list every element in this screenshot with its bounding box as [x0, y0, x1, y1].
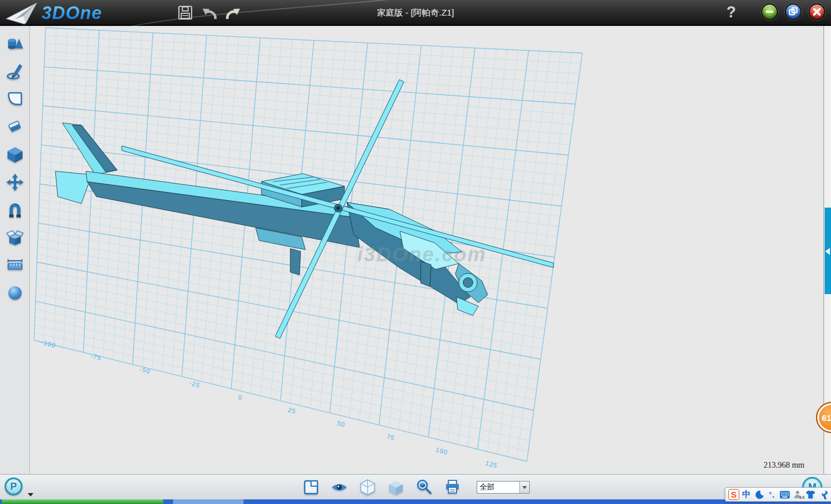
zoom-magnifier-icon: [415, 479, 433, 496]
cylinder-cone-icon: [6, 35, 24, 53]
viewport-3d[interactable]: -100-75-50-250255075100125: [31, 26, 823, 474]
title-bar: 3DOne 家庭版 - [阿帕奇.Z1] ?: [0, 0, 831, 26]
close-icon: [810, 5, 824, 19]
visibility-button[interactable]: [330, 477, 349, 497]
user-count-value: 14: [799, 495, 804, 500]
restore-windows-icon: [786, 5, 800, 19]
tool-move-button[interactable]: [5, 172, 25, 192]
taskbar-item[interactable]: [173, 499, 244, 504]
tool-sheet-button[interactable]: [5, 89, 25, 109]
fullwidth-moon-button[interactable]: [754, 488, 765, 501]
magnet-icon: [6, 201, 24, 219]
half-moon-icon: [755, 490, 764, 499]
sketch-pen-icon: [6, 62, 24, 81]
undo-button[interactable]: [199, 2, 220, 23]
rounded-square-sheet-icon: [6, 90, 24, 108]
app-logo: 3DOne: [5, 1, 102, 25]
zoom-button[interactable]: [414, 477, 434, 497]
redo-icon: [224, 4, 242, 21]
undo-icon: [201, 4, 218, 21]
bottom-toolbar: P: [0, 474, 831, 499]
chinese-mode-button[interactable]: 中: [741, 488, 752, 501]
user-count-button[interactable]: 14: [792, 488, 803, 501]
wireframe-display-button[interactable]: [358, 477, 377, 497]
left-toolbar: [0, 26, 30, 474]
sphere-icon: [6, 284, 24, 302]
tool-feature-cube-button[interactable]: [5, 145, 25, 164]
tool-render-button[interactable]: [5, 283, 25, 303]
sogou-logo[interactable]: S: [728, 489, 739, 500]
print-button[interactable]: [443, 477, 462, 497]
eye-icon: [331, 479, 348, 496]
eraser-icon: [6, 118, 24, 136]
close-button[interactable]: [808, 3, 825, 20]
watermark: i3DOne.com: [357, 243, 486, 266]
help-button[interactable]: ?: [721, 1, 741, 23]
printer-icon: [444, 479, 461, 496]
tool-measure-button[interactable]: [5, 255, 25, 275]
ruler-icon: [6, 256, 24, 274]
pane-corner-icon: [303, 479, 319, 495]
tool-constraint-button[interactable]: [5, 200, 25, 220]
profile-button-group: P: [5, 477, 23, 495]
minimize-button[interactable]: [761, 3, 778, 20]
shaded-display-button[interactable]: [386, 477, 406, 497]
keyboard-icon: [780, 491, 790, 499]
view-controls: 全部: [301, 475, 530, 500]
soft-keyboard-button[interactable]: [779, 488, 791, 501]
chevron-down-icon: [522, 486, 527, 489]
dropdown-arrow-button[interactable]: [519, 482, 529, 493]
move-arrows-icon: [6, 173, 24, 191]
tool-sketch-button[interactable]: [5, 62, 25, 81]
tool-primitives-button[interactable]: [5, 34, 25, 54]
open-box-icon: [6, 228, 24, 247]
tool-eraser-button[interactable]: [5, 117, 25, 137]
left-arrow-icon: [825, 248, 830, 255]
minus-icon: [762, 5, 777, 19]
tshirt-icon: [806, 490, 815, 499]
settings-wrench-button[interactable]: [818, 488, 829, 501]
save-icon: [177, 5, 193, 21]
ime-toolbar: S 中 °, 14: [725, 487, 831, 502]
tool-assembly-box-button[interactable]: [5, 228, 25, 247]
taskbar-start-segment[interactable]: [2, 499, 163, 504]
panel-expand-tab[interactable]: [825, 208, 831, 294]
pane-layout-button[interactable]: [301, 477, 321, 497]
wrench-icon: [819, 490, 828, 499]
window-controls: [761, 3, 825, 20]
os-taskbar[interactable]: [0, 499, 831, 504]
caret-down-icon[interactable]: [28, 493, 33, 497]
shaded-cube-icon: [387, 479, 405, 496]
measurement-readout: 213.968 mm: [763, 461, 804, 470]
wireframe-cube-icon: [359, 479, 376, 496]
badge-count: 61: [822, 413, 831, 423]
profile-button[interactable]: P: [5, 477, 23, 495]
maximize-button[interactable]: [785, 3, 802, 20]
dropdown-value: 全部: [477, 482, 519, 492]
app-name: 3DOne: [42, 3, 102, 24]
app-window: 3DOne 家庭版 - [阿帕奇.Z1] ?: [0, 0, 831, 504]
skin-button[interactable]: [805, 488, 816, 501]
display-filter-dropdown[interactable]: 全部: [477, 481, 530, 494]
cube-icon: [6, 145, 24, 164]
window-title: 家庭版 - [阿帕奇.Z1]: [377, 7, 454, 18]
save-button[interactable]: [175, 2, 196, 23]
punctuation-button[interactable]: °,: [766, 488, 777, 501]
paper-plane-icon: [5, 1, 38, 25]
redo-button[interactable]: [223, 2, 244, 23]
